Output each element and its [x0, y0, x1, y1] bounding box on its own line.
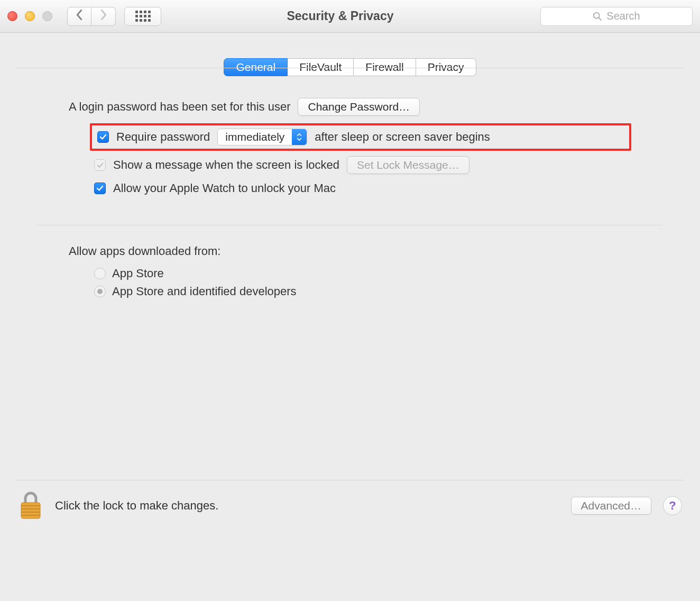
help-button[interactable]: ?	[663, 496, 682, 515]
chevron-left-icon	[76, 10, 83, 23]
nav-buttons	[67, 7, 116, 26]
login-password-text: A login password has been set for this u…	[69, 100, 290, 114]
allow-apps-option-appstore: App Store	[94, 267, 631, 280]
search-placeholder: Search	[606, 10, 640, 22]
require-password-delay-dropdown[interactable]: immediately	[217, 129, 307, 145]
svg-line-1	[599, 17, 602, 20]
change-password-button[interactable]: Change Password…	[298, 98, 420, 116]
lock-icon[interactable]	[18, 491, 43, 521]
apple-watch-checkbox[interactable]	[94, 183, 106, 194]
radio-button	[94, 268, 106, 279]
allow-apps-option-identified: App Store and identified developers	[94, 285, 631, 298]
radio-button	[94, 286, 106, 297]
check-icon	[99, 133, 107, 141]
back-button[interactable]	[67, 7, 91, 26]
stepper-arrows-icon	[292, 129, 307, 145]
lock-hint-text: Click the lock to make changes.	[55, 499, 559, 513]
apple-watch-row: Allow your Apple Watch to unlock your Ma…	[94, 181, 631, 195]
show-message-checkbox	[94, 159, 106, 171]
require-password-pre: Require password	[116, 130, 210, 144]
allow-apps-heading-row: Allow apps downloaded from:	[69, 244, 631, 258]
require-password-checkbox[interactable]	[97, 131, 109, 143]
show-message-row: Show a message when the screen is locked…	[94, 156, 631, 174]
check-icon	[97, 162, 104, 169]
require-password-post: after sleep or screen saver begins	[315, 130, 490, 144]
section-divider	[37, 225, 663, 225]
require-password-row: Require password immediately after sleep…	[90, 123, 631, 151]
general-panel: A login password has been set for this u…	[16, 68, 684, 480]
radio-dot-icon	[97, 289, 103, 294]
radio-label: App Store and identified developers	[112, 285, 297, 298]
dropdown-selected-label: immediately	[218, 131, 292, 143]
allow-apps-heading: Allow apps downloaded from:	[69, 244, 220, 258]
radio-label: App Store	[112, 267, 164, 280]
minimize-window-button[interactable]	[25, 11, 35, 21]
search-input[interactable]: Search	[540, 7, 693, 26]
forward-button[interactable]	[91, 7, 116, 26]
window-title: Security & Privacy	[145, 9, 535, 23]
svg-point-0	[594, 12, 600, 18]
close-window-button[interactable]	[7, 11, 17, 21]
window-toolbar: Security & Privacy Search	[0, 0, 700, 33]
show-message-label: Show a message when the screen is locked	[113, 158, 339, 172]
advanced-button[interactable]: Advanced…	[571, 497, 651, 515]
apple-watch-label: Allow your Apple Watch to unlock your Ma…	[113, 181, 336, 195]
chevron-right-icon	[100, 10, 107, 23]
check-icon	[96, 185, 104, 192]
zoom-window-button[interactable]	[42, 11, 52, 21]
search-icon	[593, 12, 602, 21]
footer: Click the lock to make changes. Advanced…	[0, 480, 700, 521]
set-lock-message-button: Set Lock Message…	[347, 156, 469, 174]
traffic-lights	[7, 11, 52, 21]
login-password-row: A login password has been set for this u…	[69, 98, 631, 116]
svg-rect-2	[21, 503, 40, 518]
